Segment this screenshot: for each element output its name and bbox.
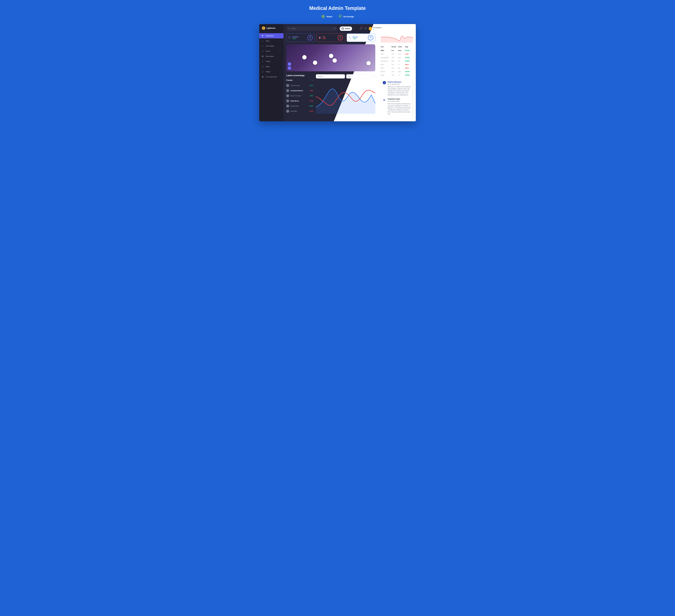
stat-card-bones[interactable]: Bones +50% 90kg: [347, 33, 375, 42]
test-table-header: Test Result Units Flag: [381, 45, 413, 49]
filter-icon[interactable]: [334, 27, 335, 30]
map-pin[interactable]: [313, 61, 317, 65]
map-zoom-in[interactable]: +: [288, 62, 291, 66]
chevron-down-icon: ⌄: [280, 50, 281, 52]
friend-pct: ▲100%: [308, 106, 313, 107]
stat-cards: Protein +50% 45kg Fat +40% 12kg: [286, 33, 375, 42]
badge-antd: Ant Design: [338, 14, 354, 19]
sidebar-item-dashboard[interactable]: ◉Dashboard: [259, 33, 284, 39]
test-row: Hematocrit45.5%NORM: [381, 59, 413, 63]
settings-icon[interactable]: [364, 27, 367, 30]
stat-card-protein[interactable]: Protein +50% 45kg: [286, 33, 315, 42]
month-select[interactable]: January⌄: [316, 74, 345, 78]
menu-icon: ▣: [262, 76, 264, 78]
menu-label: Forms: [266, 50, 270, 52]
friend-pct: ▲50%: [309, 95, 313, 96]
menu-icon: ◎: [262, 66, 264, 68]
notification-dot: [362, 27, 362, 28]
sparkline-chart: [381, 33, 413, 43]
world-map[interactable]: + −: [286, 44, 375, 71]
map-pin[interactable]: [329, 54, 333, 58]
friend-avatar: [286, 84, 289, 87]
map-pin[interactable]: [332, 58, 337, 63]
sidebar: L Lightence ◉Dashboard⌂Apps⌄◇Auth Pages⌄…: [259, 24, 284, 121]
chart-icon: [383, 98, 386, 101]
sidebar-item-maps[interactable]: ◎Maps: [259, 64, 284, 69]
test-row: RDW14.2%NORM: [381, 73, 413, 77]
friends-list: Cameron Bell▲50%Annabella Morton▼40%Ryan…: [286, 83, 313, 114]
timeline-desc: Part of the evaluation and treatment of …: [388, 103, 411, 115]
sidebar-item-forms[interactable]: ✎Forms⌄: [259, 49, 284, 54]
timeline-title: Patient admission: [388, 81, 411, 83]
timeline-title: Treatment starts: [388, 98, 411, 100]
chart-panel: January⌄ Fat⌄: [316, 74, 375, 114]
menu-label: Maps: [266, 66, 270, 68]
sidebar-header: L Lightence: [259, 24, 284, 32]
friend-name: Ruby Burns: [291, 100, 308, 102]
friend-row[interactable]: Ruby Burns▼13%: [286, 98, 313, 104]
menu-label: Data tables: [266, 55, 274, 57]
menu-icon: ◉: [262, 35, 264, 37]
friend-row[interactable]: Annabella Morton▼40%: [286, 88, 313, 93]
menu-label: Pages: [266, 71, 270, 73]
notification-icon[interactable]: [360, 27, 362, 30]
friend-row[interactable]: Sara Mills▼13%: [286, 109, 313, 114]
map-zoom-out[interactable]: −: [288, 66, 291, 70]
menu-icon: ⌂: [262, 40, 264, 42]
sidebar-item-pages[interactable]: ▢Pages⌄: [259, 69, 284, 74]
sidebar-menu: ◉Dashboard⌂Apps⌄◇Auth Pages⌄✎Forms⌄▦Data…: [259, 32, 284, 80]
test-row: MCH38.3pgHIGH: [381, 66, 413, 70]
sidebar-item-apps[interactable]: ⌂Apps⌄: [259, 39, 284, 44]
check-icon: ✓: [383, 81, 386, 84]
test-row: MCV112fLHIGH: [381, 63, 413, 66]
friend-pct: ▼40%: [309, 90, 313, 91]
friend-row[interactable]: James Moss▲100%: [286, 104, 313, 109]
test-row: WBC6.6K/uLNORM: [381, 49, 413, 52]
sidebar-item-charts[interactable]: ⬎Charts: [259, 59, 284, 64]
friend-avatar: [286, 105, 289, 108]
chevron-down-icon: ⌄: [342, 75, 343, 77]
protein-icon: [288, 36, 291, 39]
menu-label: Apps: [266, 40, 269, 42]
metric-select[interactable]: Fat⌄: [346, 74, 375, 78]
menu-icon: ▦: [262, 55, 264, 57]
hero-section: Medical Admin Template React Ant Design: [309, 5, 366, 19]
timeline-date: 🗓25 January 2022: [388, 100, 411, 102]
svg-point-11: [335, 28, 335, 29]
react-icon: [321, 14, 325, 19]
github-button[interactable]: GitHub: [340, 26, 352, 31]
stat-card-fat[interactable]: Fat +40% 12kg: [316, 33, 345, 42]
test-row: Hemoglobin15.6g/uLNORM: [381, 56, 413, 59]
hero-title: Medical Admin Template: [309, 5, 366, 11]
screenings-section: Latest screenings Friends ‹ Cameron Bell…: [286, 74, 375, 114]
timeline-item: ✓Patient admission🗓25 January 2022Admiss…: [383, 81, 411, 96]
friend-row[interactable]: Ryan Thompson▲50%: [286, 93, 313, 98]
svg-point-15: [289, 38, 290, 39]
sidebar-item-ui-components[interactable]: ▣UI Components⌄: [259, 74, 284, 79]
right-column: Test Result Units Flag WBC6.6K/uLNORMRBC…: [378, 24, 416, 121]
map-pin[interactable]: [302, 55, 307, 59]
timeline-desc: Admission of a patient means allowing an…: [388, 86, 411, 96]
map-pin[interactable]: [366, 61, 371, 65]
friend-name: Sara Mills: [291, 110, 308, 112]
svg-point-7: [288, 28, 289, 29]
chevron-down-icon: ⌄: [280, 45, 281, 47]
friend-pct: ▲50%: [309, 85, 313, 86]
sidebar-item-data-tables[interactable]: ▦Data tables: [259, 54, 284, 59]
menu-icon: ▢: [262, 71, 264, 73]
sidebar-item-auth-pages[interactable]: ◇Auth Pages⌄: [259, 44, 284, 49]
bone-icon: [349, 36, 352, 39]
svg-rect-18: [384, 100, 384, 100]
search-wrapper: [286, 26, 338, 31]
friend-avatar: [286, 110, 289, 113]
friend-name: Cameron Bell: [291, 85, 308, 86]
menu-label: UI Components: [266, 76, 277, 78]
svg-point-6: [341, 15, 341, 16]
menu-icon: ◇: [262, 45, 264, 47]
search-input[interactable]: [286, 26, 338, 31]
menu-label: Auth Pages: [266, 45, 274, 47]
chevron-left-icon[interactable]: ‹: [312, 79, 313, 81]
friend-avatar: [286, 94, 289, 97]
friend-row[interactable]: Cameron Bell▲50%: [286, 83, 313, 88]
center-column: GitHub Christopher J: [284, 24, 378, 121]
